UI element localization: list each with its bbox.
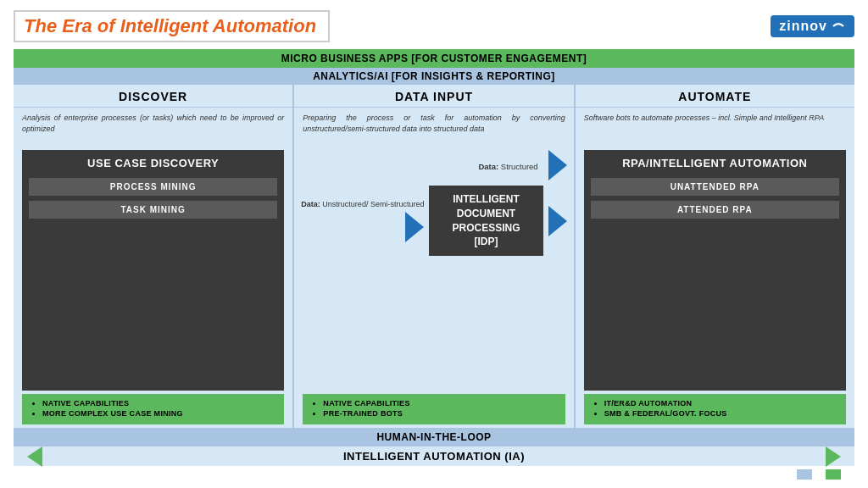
attended-rpa-item: ATTENDED RPA bbox=[591, 201, 839, 219]
idp-title: INTELLIGENT DOCUMENT PROCESSING [IDP] bbox=[439, 192, 532, 249]
ia-bar: INTELLIGENT AUTOMATION (IA) bbox=[14, 446, 854, 466]
unattended-rpa-item: UNATTENDED RPA bbox=[591, 178, 839, 196]
main-container: The Era of Intelligent Automation zinnov… bbox=[0, 0, 868, 488]
column-automate: AUTOMATE Software bots to automate proce… bbox=[576, 85, 854, 428]
automate-bullets: IT/ER&D AUTOMATION SMB & FEDERAL/GOVT. F… bbox=[584, 394, 846, 424]
logo-icon bbox=[831, 19, 846, 34]
unstructured-row: Data: Unstructured/ Semi-structured INTE… bbox=[301, 186, 566, 256]
logo: zinnov bbox=[771, 15, 854, 37]
automate-dark-box: RPA/INTELLIGENT AUTOMATION UNATTENDED RP… bbox=[584, 150, 846, 391]
bullet-more-complex: MORE COMPLEX USE CASE MINING bbox=[42, 409, 275, 418]
logo-text: zinnov bbox=[779, 19, 827, 34]
process-mining-item: PROCESS MINING bbox=[29, 178, 277, 196]
legend-green bbox=[826, 469, 841, 480]
ia-arrow-right bbox=[826, 446, 841, 467]
bullet-it-erd: IT/ER&D AUTOMATION bbox=[604, 399, 837, 408]
data-input-header: DATA INPUT bbox=[294, 85, 573, 108]
data-structured-label: Data: Structured bbox=[478, 162, 537, 171]
automate-desc: Software bots to automate processes – in… bbox=[576, 108, 854, 150]
discover-bullets: NATIVE CAPABILITIES MORE COMPLEX USE CAS… bbox=[22, 394, 284, 424]
legend-blue-box bbox=[797, 469, 812, 480]
column-data-input: DATA INPUT Preparing the process or task… bbox=[294, 85, 575, 428]
unstructured-arrow bbox=[405, 212, 424, 242]
data-input-bullets: NATIVE CAPABILITIES PRE-TRAINED BOTS bbox=[303, 394, 565, 424]
structured-arrow bbox=[548, 150, 567, 180]
use-case-discovery-title: USE CASE DISCOVERY bbox=[87, 157, 219, 169]
data-unstructured-label: Data: Unstructured/ Semi-structured bbox=[301, 200, 424, 208]
bullet-native-cap-idp: NATIVE CAPABILITIES bbox=[323, 399, 556, 408]
analytics-bar: ANALYTICS/AI [FOR INSIGHTS & REPORTING] bbox=[14, 68, 854, 85]
ia-arrow-left bbox=[27, 446, 42, 467]
structured-row: Data: Structured bbox=[301, 150, 566, 180]
legend-blue bbox=[797, 469, 812, 480]
title-box: The Era of Intelligent Automation bbox=[14, 10, 330, 42]
column-discover: DISCOVER Analysis of enterprise processe… bbox=[14, 85, 294, 428]
bullet-pretrained-bots: PRE-TRAINED BOTS bbox=[323, 409, 556, 418]
micro-business-bar: MICRO BUSINESS APPS [FOR CUSTOMER ENGAGE… bbox=[14, 49, 854, 68]
idp-output-arrow bbox=[548, 206, 567, 236]
task-mining-item: TASK MINING bbox=[29, 201, 277, 219]
human-bar: HUMAN-IN-THE-LOOP bbox=[14, 428, 854, 446]
discover-dark-box: USE CASE DISCOVERY PROCESS MINING TASK M… bbox=[22, 150, 284, 391]
header: The Era of Intelligent Automation zinnov bbox=[14, 10, 854, 42]
ia-text: INTELLIGENT AUTOMATION (IA) bbox=[343, 450, 525, 463]
legend bbox=[14, 466, 854, 481]
idp-box: INTELLIGENT DOCUMENT PROCESSING [IDP] bbox=[429, 186, 542, 256]
rpa-title: RPA/INTELLIGENT AUTOMATION bbox=[622, 157, 807, 169]
bullet-native-capabilities: NATIVE CAPABILITIES bbox=[42, 399, 275, 408]
automate-header: AUTOMATE bbox=[576, 85, 854, 108]
discover-desc: Analysis of enterprise processes (or tas… bbox=[14, 108, 292, 150]
legend-green-box bbox=[826, 469, 841, 480]
content-area: DISCOVER Analysis of enterprise processe… bbox=[14, 85, 854, 428]
data-input-inner: Data: Structured Data: Unstructured/ Sem… bbox=[294, 150, 573, 391]
discover-header: DISCOVER bbox=[14, 85, 292, 108]
bullet-smb: SMB & FEDERAL/GOVT. FOCUS bbox=[604, 409, 837, 418]
data-input-desc: Preparing the process or task for automa… bbox=[294, 108, 573, 150]
page-title: The Era of Intelligent Automation bbox=[24, 15, 316, 36]
